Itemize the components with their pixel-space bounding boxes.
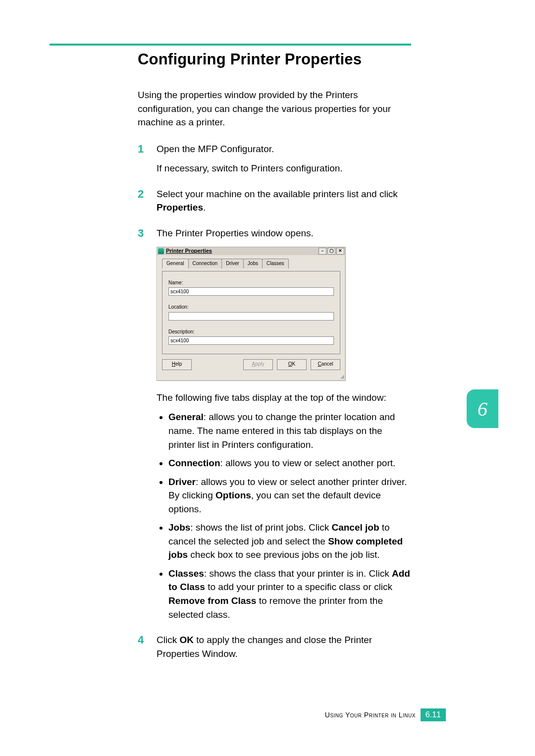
content-column: Configuring Printer Properties Using the… — [138, 44, 411, 660]
steps-list: 1 Open the MFP Configurator. If necessar… — [138, 142, 411, 661]
apply-button[interactable]: Apply — [243, 359, 273, 370]
step-4: 4 Click OK to apply the changes and clos… — [138, 633, 411, 660]
cancel-button[interactable]: Cancel — [311, 359, 340, 370]
desc-connection: Connection: allows you to view or select… — [168, 456, 411, 470]
chapter-tab: 6 — [467, 389, 498, 428]
desc-classes: Classes: shows the class that your print… — [168, 567, 411, 621]
step-1-text-b: If necessary, switch to Printers configu… — [157, 162, 411, 175]
description-label: Description: — [168, 328, 334, 336]
name-label: Name: — [168, 279, 334, 287]
name-input[interactable] — [168, 287, 334, 296]
page-number: 6.11 — [421, 708, 446, 721]
tab-jobs[interactable]: Jobs — [243, 259, 263, 269]
ok-button[interactable]: OK — [277, 359, 307, 370]
window-close-button[interactable]: ✕ — [336, 248, 344, 255]
step-3: 3 The Printer Properties window opens. P… — [138, 226, 411, 621]
desc-driver: Driver: allows you to view or select ano… — [168, 475, 411, 516]
dialog-body: General Connection Driver Jobs Classes N… — [157, 255, 345, 375]
step-2: 2 Select your machine on the available p… — [138, 187, 411, 215]
step-number: 4 — [138, 632, 144, 648]
dialog-buttons: Help Apply OK Cancel — [162, 359, 340, 370]
resize-grip-icon[interactable]: ◢ — [157, 373, 345, 380]
footer: Using Your Printer in Linux 6.11 — [325, 708, 446, 721]
tab-driver[interactable]: Driver — [221, 259, 244, 269]
tab-connection[interactable]: Connection — [188, 259, 222, 269]
tab-general[interactable]: General — [162, 259, 189, 269]
intro-paragraph: Using the properties window provided by … — [138, 88, 411, 129]
dialog-title: Printer Properties — [166, 247, 212, 255]
printer-properties-dialog: Printer Properties – ▢ ✕ General Connect… — [157, 247, 346, 381]
page: Configuring Printer Properties Using the… — [0, 0, 535, 756]
dialog-tabs: General Connection Driver Jobs Classes — [162, 258, 340, 268]
step-number: 2 — [138, 186, 144, 202]
page-title: Configuring Printer Properties — [138, 51, 411, 68]
top-rule — [50, 44, 411, 46]
dialog-titlebar: Printer Properties – ▢ ✕ — [157, 247, 345, 255]
step-1-text-a: Open the MFP Configurator. — [157, 142, 411, 156]
description-input[interactable] — [168, 336, 334, 345]
step-4-text: Click OK to apply the changes and close … — [157, 633, 411, 660]
location-input[interactable] — [168, 312, 334, 321]
app-icon — [158, 248, 164, 254]
desc-general: General: allows you to change the printe… — [168, 410, 411, 451]
footer-text: Using Your Printer in Linux — [325, 711, 416, 719]
desc-jobs: Jobs: shows the list of print jobs. Clic… — [168, 521, 411, 562]
window-minimize-button[interactable]: – — [319, 248, 326, 255]
tab-classes[interactable]: Classes — [262, 259, 289, 269]
location-label: Location: — [168, 304, 334, 311]
window-maximize-button[interactable]: ▢ — [327, 248, 335, 255]
step-3-text: The Printer Properties window opens. — [157, 226, 411, 240]
step-2-text: Select your machine on the available pri… — [157, 187, 411, 215]
step-number: 3 — [138, 225, 144, 241]
step-1: 1 Open the MFP Configurator. If necessar… — [138, 142, 411, 175]
tab-descriptions: General: allows you to change the printe… — [157, 410, 411, 621]
after-figure-text: The following five tabs display at the t… — [157, 391, 411, 405]
help-button[interactable]: Help — [162, 359, 192, 370]
step-number: 1 — [138, 141, 144, 157]
dialog-panel: Name: Location: Description: — [162, 271, 340, 355]
